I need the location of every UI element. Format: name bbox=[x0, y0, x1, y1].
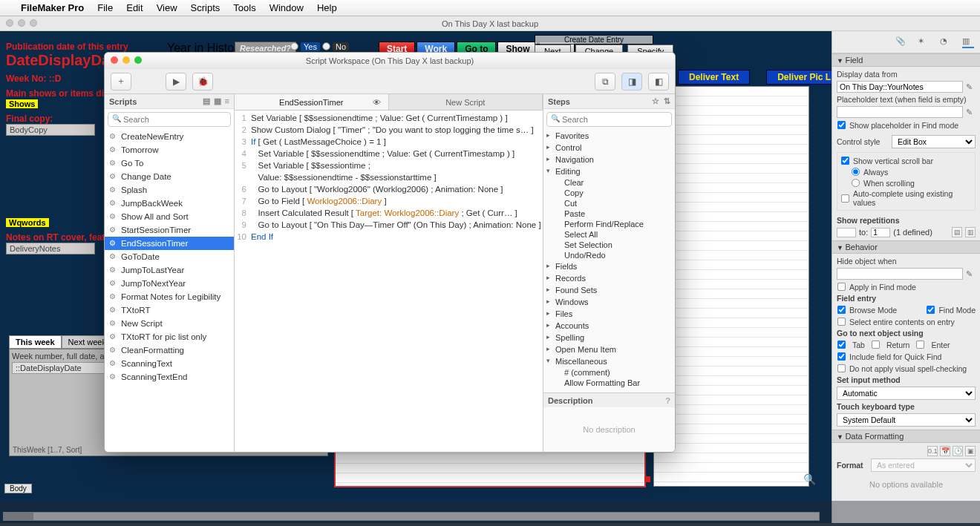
scripts-list-icon[interactable]: ≡ bbox=[225, 96, 229, 106]
touch-kb-select[interactable]: System Default bbox=[837, 413, 976, 427]
portal-cell-1[interactable]: ::DateDisplayDate bbox=[12, 362, 111, 374]
help-icon[interactable]: ? bbox=[665, 396, 670, 405]
reps-to-input[interactable] bbox=[871, 228, 890, 237]
step-item[interactable]: Set Selection bbox=[543, 240, 675, 250]
resize-handle-icon[interactable] bbox=[644, 476, 650, 482]
script-item[interactable]: StartSessionTimer bbox=[105, 223, 234, 237]
code-line[interactable]: 2Show Custom Dialog [ "Timer" ; "Do you … bbox=[235, 124, 543, 136]
no-radio[interactable] bbox=[322, 42, 330, 50]
data-tab-icon[interactable]: ▥ bbox=[962, 36, 974, 48]
script-item[interactable]: CreateNewEntry bbox=[105, 130, 234, 143]
wqwords-chip[interactable]: Wqwords bbox=[6, 218, 49, 227]
scripts-folder-icon[interactable]: ▦ bbox=[214, 96, 221, 106]
script-item[interactable]: TXtoRT for pic list only bbox=[105, 330, 234, 343]
menu-view[interactable]: View bbox=[157, 2, 177, 13]
reps-horizontal-icon[interactable]: ▥ bbox=[965, 227, 976, 237]
step-category[interactable]: Favorites bbox=[543, 130, 675, 142]
code-line[interactable]: 8 Insert Calculated Result [ Target: Wor… bbox=[235, 207, 543, 219]
when-scroll-radio[interactable] bbox=[852, 179, 860, 187]
quick-find-checkbox[interactable] bbox=[837, 352, 846, 361]
yes-radio[interactable] bbox=[290, 42, 298, 50]
layout-canvas[interactable]: Publication date of this entry DateDispl… bbox=[0, 31, 980, 523]
step-item[interactable]: Perform Find/Replace bbox=[543, 219, 675, 229]
script-item[interactable]: TXtoRT bbox=[105, 303, 234, 317]
tab-this-week[interactable]: This week bbox=[9, 335, 62, 349]
script-item[interactable]: ScanningTextEnd bbox=[105, 370, 234, 384]
close-icon[interactable] bbox=[111, 56, 118, 64]
scripts-search-input[interactable] bbox=[108, 112, 231, 127]
favorite-icon[interactable]: ☆ bbox=[652, 96, 659, 106]
step-category[interactable]: Control bbox=[543, 142, 675, 154]
workspace-titlebar[interactable]: Script Workspace (On This Day X last bac… bbox=[105, 53, 675, 69]
reps-from-input[interactable] bbox=[837, 228, 856, 237]
step-item[interactable]: Cut bbox=[543, 198, 675, 208]
fmt-graphic-icon[interactable]: ▣ bbox=[965, 446, 976, 456]
window-controls[interactable] bbox=[6, 19, 37, 27]
magnifier-icon[interactable]: 🔍 bbox=[803, 473, 816, 485]
minimize-icon[interactable] bbox=[122, 56, 130, 64]
show-ph-find-checkbox[interactable] bbox=[837, 121, 846, 129]
return-checkbox[interactable] bbox=[872, 341, 880, 349]
script-item[interactable]: Show All and Sort bbox=[105, 210, 234, 223]
behavior-section-header[interactable]: Behavior bbox=[832, 240, 980, 254]
close-icon[interactable] bbox=[6, 19, 13, 27]
script-item[interactable]: JumpToLastYear bbox=[105, 263, 234, 277]
step-item[interactable]: Undo/Redo bbox=[543, 250, 675, 260]
tab-checkbox[interactable] bbox=[837, 341, 846, 349]
code-line[interactable]: 5 Set Variable [ $$sessiontime ; bbox=[235, 160, 543, 171]
body-part-label[interactable]: Body bbox=[4, 484, 32, 493]
script-item[interactable]: Go To bbox=[105, 157, 234, 170]
mac-menubar[interactable]: FileMaker Pro File Edit View Scripts Too… bbox=[0, 0, 980, 16]
script-item[interactable]: ScanningText bbox=[105, 357, 234, 370]
editor-tabs[interactable]: EndSessionTimer 👁 New Script bbox=[235, 94, 543, 111]
zoom-icon[interactable] bbox=[134, 56, 142, 64]
script-item[interactable]: GoToDate bbox=[105, 250, 234, 263]
menu-file[interactable]: File bbox=[97, 2, 113, 13]
step-category[interactable]: Open Menu Item bbox=[543, 343, 675, 355]
scroll-thumb[interactable] bbox=[4, 513, 33, 520]
position-tab-icon[interactable]: 📎 bbox=[895, 36, 907, 48]
script-item[interactable]: Splash bbox=[105, 183, 234, 197]
right-panel-toggle[interactable]: ◧ bbox=[648, 73, 669, 91]
code-line[interactable]: 4 Set Variable [ $$sessionendtime ; Valu… bbox=[235, 148, 543, 160]
script-item[interactable]: JumpBackWeek bbox=[105, 197, 234, 210]
autocomplete-checkbox[interactable] bbox=[841, 194, 849, 202]
zoom-icon[interactable] bbox=[30, 19, 37, 27]
menu-tools[interactable]: Tools bbox=[233, 2, 255, 13]
fmt-date-icon[interactable]: 📅 bbox=[940, 446, 950, 456]
menu-scripts[interactable]: Scripts bbox=[191, 2, 220, 13]
new-script-button[interactable]: ＋ bbox=[111, 73, 131, 91]
left-panel-toggle[interactable]: ◨ bbox=[621, 73, 642, 91]
step-category[interactable]: Records bbox=[543, 272, 675, 284]
steps-tree[interactable]: FavoritesControlNavigationEditingClearCo… bbox=[543, 130, 675, 392]
step-item[interactable]: Select All bbox=[543, 229, 675, 240]
pencil-icon[interactable]: ✎ bbox=[966, 108, 976, 117]
code-line[interactable]: 10End If bbox=[235, 231, 543, 243]
step-item[interactable]: # (comment) bbox=[543, 367, 675, 378]
code-line[interactable]: Value: $$sessionendtime - $$sessionstart… bbox=[235, 171, 543, 183]
browse-mode-checkbox[interactable] bbox=[837, 306, 846, 314]
step-item[interactable]: Clear bbox=[543, 177, 675, 188]
script-item[interactable]: Format Notes for Legibility bbox=[105, 290, 234, 303]
no-spell-checkbox[interactable] bbox=[837, 364, 846, 372]
pencil-icon[interactable]: ✎ bbox=[966, 82, 976, 92]
shows-chip[interactable]: Shows bbox=[6, 99, 38, 108]
placeholder-input[interactable] bbox=[837, 106, 963, 118]
fmt-number-icon[interactable]: 0.1 bbox=[927, 446, 938, 456]
scripts-list[interactable]: CreateNewEntryTomorrowGo ToChange DateSp… bbox=[105, 130, 234, 452]
code-line[interactable]: 6 Go to Layout [ "Worklog2006" (Worklog2… bbox=[235, 183, 543, 195]
reps-vertical-icon[interactable]: ▤ bbox=[952, 227, 962, 237]
styles-tab-icon[interactable]: ✶ bbox=[918, 36, 930, 48]
debug-button[interactable]: 🐞 bbox=[192, 73, 213, 91]
vscroll-checkbox[interactable] bbox=[841, 157, 849, 165]
script-item[interactable]: JumpToNextYear bbox=[105, 277, 234, 290]
code-line[interactable]: 7 Go to Field [ Worklog2006::Diary ] bbox=[235, 195, 543, 207]
step-item[interactable]: Paste bbox=[543, 208, 675, 219]
apply-find-checkbox[interactable] bbox=[837, 283, 846, 291]
run-button[interactable]: ▶ bbox=[166, 73, 186, 91]
step-category[interactable]: Navigation bbox=[543, 154, 675, 165]
always-radio[interactable] bbox=[852, 168, 860, 176]
code-line[interactable]: 1Set Variable [ $$sessionendtime ; Value… bbox=[235, 112, 543, 124]
menu-edit[interactable]: Edit bbox=[126, 2, 143, 13]
horizontal-scrollbar[interactable] bbox=[3, 512, 820, 521]
